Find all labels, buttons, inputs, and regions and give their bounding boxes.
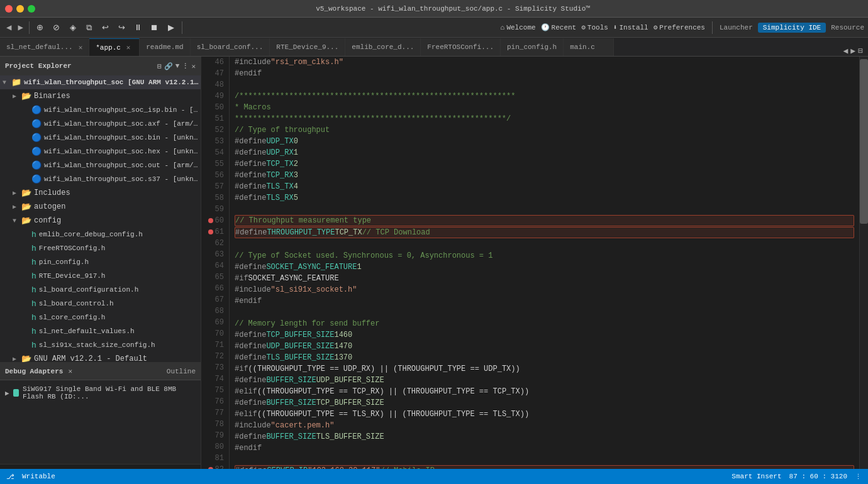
toolbar-btn-7[interactable]: ⏸ [131,20,146,35]
code-line[interactable]: #define TLS_TX 4 [235,181,854,192]
install-link[interactable]: ⬇ Install [613,23,648,31]
launcher-btn[interactable]: Launcher [720,24,753,31]
bin-file-3[interactable]: 🔵 wifi_wlan_throughput_soc.bin - [unknow… [0,131,201,145]
tab-emlib[interactable]: emlib_core_d... [345,38,421,56]
binaries-folder[interactable]: ▶ 📂 Binaries [0,89,201,103]
bin-file-1[interactable]: 🔵 wifi_wlan_throughput_soc_isp.bin - [un… [0,103,201,117]
config-file-2[interactable]: h FreeRTOSConfig.h [0,241,201,255]
tab-board-conf[interactable]: sl_board_conf... [191,38,270,56]
code-line[interactable]: // Memory length for send buffer [235,318,854,329]
toolbar-btn-6[interactable]: ↪ [114,20,130,35]
minimize-button[interactable] [16,5,24,13]
debug-close-icon[interactable]: ✕ [68,367,72,375]
code-line[interactable]: #define THROUGHPUT_TYPE TCP_TX // TCP Do… [235,227,854,238]
toolbar-btn-4[interactable]: ⧉ [82,20,97,35]
tools-link[interactable]: ⚙ Tools [581,23,608,31]
code-line[interactable] [235,239,854,250]
toolbar-btn-2[interactable]: ⊘ [49,20,64,35]
code-line[interactable] [235,454,854,465]
code-line[interactable]: #elif ((THROUGHPUT_TYPE == TLS_RX) || (T… [235,409,854,420]
toolbar-btn-8[interactable]: ⏹ [147,20,162,35]
config-file-1[interactable]: h emlib_core_debug_config.h [0,228,201,241]
code-lines[interactable]: #include "rsi_rom_clks.h"#endif /*******… [230,57,859,469]
code-line[interactable]: #define TLS_BUFFER_SIZE 1370 [235,352,854,363]
toolbar-btn-3[interactable]: ◈ [65,20,81,35]
toolbar-btn-9[interactable]: ▶ [164,20,179,35]
code-line[interactable]: #define SERVER_IP "192.168.30.117" // Mo… [235,465,854,469]
forward-icon[interactable]: ▶ [15,21,25,34]
toolbar-btn-5[interactable]: ↩ [98,20,113,35]
config-file-8[interactable]: h sl_net_default_values.h [0,324,201,338]
code-line[interactable] [235,307,854,318]
code-line[interactable]: ****************************************… [235,113,854,124]
code-line[interactable]: #define TCP_RX 3 [235,170,854,181]
code-line[interactable]: #define UDP_RX 1 [235,147,854,158]
code-line[interactable]: #define TCP_BUFFER_SIZE 1460 [235,329,854,341]
tab-readme[interactable]: readme.md [140,38,190,56]
tab-nav-right[interactable]: ▶ [850,46,855,56]
tab-close-icon[interactable]: ✕ [126,43,131,52]
debug-device-item[interactable]: ▶ SiWG917 Single Band Wi-Fi and BLE 8MB … [5,383,196,403]
code-line[interactable] [235,204,854,215]
code-line[interactable]: #define BUFFER_SIZE TLS_BUFFER_SIZE [235,431,854,443]
sidebar-menu-icon[interactable]: ⋮ [182,62,189,70]
tab-sl-net[interactable]: sl_net_defaul... ✕ [0,38,89,56]
tab-menu-icon[interactable]: ⊟ [858,46,863,56]
config-file-7[interactable]: h sl_core_config.h [0,311,201,324]
config-file-6[interactable]: h sl_board_control.h [0,297,201,311]
bin-file-4[interactable]: 🔵 wifi_wlan_throughput_soc.hex - [unknow… [0,145,201,158]
recent-link[interactable]: 🕐 Recent [541,23,577,31]
code-line[interactable]: #if ((THROUGHPUT_TYPE == UDP_RX) || (THR… [235,363,854,375]
editor-scrollbar[interactable] [859,57,868,469]
tab-nav-left[interactable]: ◀ [843,46,849,56]
code-line[interactable]: #include "cacert.pem.h" [235,420,854,431]
bin-file-2[interactable]: 🔵 wifi_wlan_throughput_soc.axf - [arm/le… [0,117,201,131]
collapse-all-icon[interactable]: ⊟ [157,62,162,70]
simplicity-ide-btn[interactable]: Simplicity IDE [758,23,826,33]
includes-folder[interactable]: ▶ 📂 Includes [0,186,201,200]
welcome-link[interactable]: ⌂ Welcome [501,24,536,31]
close-button[interactable] [5,5,13,13]
code-line[interactable]: // Throughput measurement type [235,215,854,226]
bin-file-6[interactable]: 🔵 wifi_wlan_throughput_soc.s37 - [unknow… [0,172,201,186]
project-root[interactable]: ▼ 📁 wifi_wlan_throughput_soc [GNU ARM v1… [0,75,201,89]
back-icon[interactable]: ◀ [4,21,14,34]
code-line[interactable] [235,79,854,91]
code-line[interactable]: /***************************************… [235,91,854,102]
code-line[interactable]: #define UDP_TX 0 [235,136,854,147]
code-line[interactable]: #endif [235,68,854,79]
gnu-arm-folder[interactable]: ▶ 📂 GNU ARM v12.2.1 - Default [0,352,201,362]
config-file-5[interactable]: h sl_board_configuration.h [0,283,201,297]
code-line[interactable]: #define BUFFER_SIZE TCP_BUFFER_SIZE [235,397,854,409]
code-line[interactable]: #if SOCKET_ASYNC_FEATURE [235,273,854,284]
code-line[interactable]: #endif [235,443,854,454]
code-line[interactable]: #include "rsi_rom_clks.h" [235,57,854,68]
toolbar-btn-1[interactable]: ⊕ [33,20,48,35]
bin-file-5[interactable]: 🔵 wifi_wlan_throughput_soc.out - [arm/le… [0,158,201,172]
window-controls[interactable] [5,5,35,13]
code-line[interactable]: #define UDP_BUFFER_SIZE 1470 [235,341,854,352]
filter-icon[interactable]: ▼ [175,62,180,70]
tab-mainc[interactable]: main.c [564,38,614,56]
code-line[interactable]: * Macros [235,102,854,113]
code-line[interactable]: #define BUFFER_SIZE UDP_BUFFER_SIZE [235,375,854,386]
sidebar-scrollbar[interactable] [0,464,201,469]
code-line[interactable]: #include "sl_si91x_socket.h" [235,284,854,295]
tab-freertos[interactable]: FreeRTOSConfi... [421,38,501,56]
tab-appc[interactable]: *app.c ✕ [89,38,140,56]
code-line[interactable]: // Type of throughput [235,124,854,136]
tab-pinconfig[interactable]: pin_config.h [501,38,564,56]
config-file-9[interactable]: h sl_si91x_stack_size_config.h [0,338,201,352]
preferences-link[interactable]: ⚙ Preferences [654,23,705,31]
code-line[interactable]: // Type of Socket used. Synchronous = 0,… [235,250,854,261]
scrollbar-thumb[interactable] [860,59,868,224]
config-folder[interactable]: ▼ 📂 config [0,214,201,228]
tab-rte[interactable]: RTE_Device_9... [270,38,345,56]
code-line[interactable]: #endif [235,295,854,307]
resource-btn[interactable]: Resource [831,24,864,31]
maximize-button[interactable] [28,5,35,13]
status-menu-icon[interactable]: ⋮ [855,473,862,481]
code-line[interactable]: #define SOCKET_ASYNC_FEATURE 1 [235,261,854,273]
autogen-folder[interactable]: ▶ 📂 autogen [0,200,201,214]
code-line[interactable]: #elif ((THROUGHPUT_TYPE == TCP_RX) || (T… [235,386,854,397]
